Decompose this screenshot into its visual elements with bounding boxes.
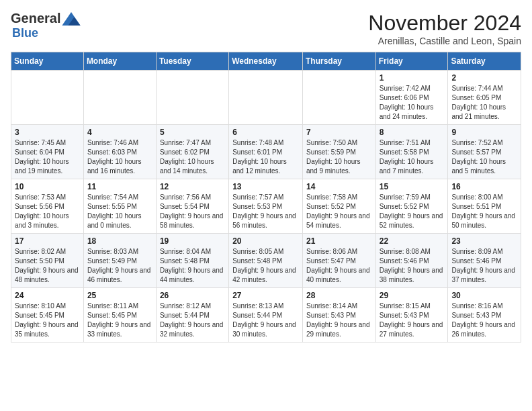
day-number: 26: [160, 291, 225, 300]
day-number: 2: [451, 73, 517, 83]
day-info: Sunrise: 8:06 AM Sunset: 5:47 PM Dayligh…: [306, 247, 372, 285]
day-number: 5: [160, 128, 225, 137]
header: General Blue November 2024 Arenillas, Ca…: [11, 11, 521, 46]
day-info: Sunrise: 7:50 AM Sunset: 5:59 PM Dayligh…: [306, 138, 372, 176]
logo-blue-text: Blue: [12, 26, 38, 40]
calendar-cell: 2Sunrise: 7:44 AM Sunset: 6:05 PM Daylig…: [448, 71, 521, 125]
calendar-cell: [229, 71, 303, 125]
day-info: Sunrise: 8:09 AM Sunset: 5:46 PM Dayligh…: [451, 247, 517, 285]
calendar-cell: [11, 71, 84, 125]
day-info: Sunrise: 8:08 AM Sunset: 5:46 PM Dayligh…: [380, 247, 445, 285]
day-number: 7: [306, 128, 372, 137]
header-monday: Monday: [83, 52, 156, 71]
calendar-cell: 14Sunrise: 7:58 AM Sunset: 5:52 PM Dayli…: [302, 179, 375, 234]
day-info: Sunrise: 7:57 AM Sunset: 5:53 PM Dayligh…: [232, 193, 299, 230]
calendar-cell: 26Sunrise: 8:12 AM Sunset: 5:44 PM Dayli…: [156, 288, 228, 342]
day-number: 27: [232, 291, 299, 300]
header-saturday: Saturday: [448, 52, 521, 71]
day-number: 21: [306, 236, 372, 246]
calendar-cell: [302, 71, 375, 125]
day-info: Sunrise: 7:52 AM Sunset: 5:57 PM Dayligh…: [451, 138, 517, 176]
day-info: Sunrise: 7:56 AM Sunset: 5:54 PM Dayligh…: [160, 193, 225, 230]
day-number: 14: [306, 182, 372, 191]
day-info: Sunrise: 7:58 AM Sunset: 5:52 PM Dayligh…: [306, 193, 372, 230]
calendar-cell: 3Sunrise: 7:45 AM Sunset: 6:04 PM Daylig…: [11, 125, 84, 179]
week-row-4: 24Sunrise: 8:10 AM Sunset: 5:45 PM Dayli…: [11, 288, 521, 342]
day-info: Sunrise: 7:47 AM Sunset: 6:02 PM Dayligh…: [160, 138, 225, 176]
day-info: Sunrise: 8:13 AM Sunset: 5:44 PM Dayligh…: [232, 302, 299, 339]
calendar-cell: 13Sunrise: 7:57 AM Sunset: 5:53 PM Dayli…: [229, 179, 303, 234]
header-friday: Friday: [375, 52, 448, 71]
day-number: 24: [15, 291, 80, 300]
calendar-cell: 29Sunrise: 8:15 AM Sunset: 5:43 PM Dayli…: [375, 288, 448, 342]
day-number: 12: [160, 182, 225, 191]
day-info: Sunrise: 8:04 AM Sunset: 5:48 PM Dayligh…: [160, 247, 225, 285]
day-number: 9: [451, 128, 517, 137]
calendar-cell: 5Sunrise: 7:47 AM Sunset: 6:02 PM Daylig…: [156, 125, 228, 179]
week-row-2: 10Sunrise: 7:53 AM Sunset: 5:56 PM Dayli…: [11, 179, 521, 234]
calendar-cell: [83, 71, 156, 125]
day-number: 3: [15, 128, 80, 137]
calendar-cell: 17Sunrise: 8:02 AM Sunset: 5:50 PM Dayli…: [11, 234, 84, 288]
day-info: Sunrise: 7:54 AM Sunset: 5:55 PM Dayligh…: [87, 193, 152, 230]
location-subtitle: Arenillas, Castille and Leon, Spain: [368, 36, 521, 46]
day-number: 4: [87, 128, 152, 137]
day-number: 17: [15, 236, 80, 246]
day-info: Sunrise: 7:46 AM Sunset: 6:03 PM Dayligh…: [87, 138, 152, 176]
title-area: November 2024 Arenillas, Castille and Le…: [368, 11, 521, 46]
day-info: Sunrise: 7:44 AM Sunset: 6:05 PM Dayligh…: [451, 84, 517, 122]
day-number: 15: [380, 182, 445, 191]
calendar-cell: 18Sunrise: 8:03 AM Sunset: 5:49 PM Dayli…: [83, 234, 156, 288]
calendar-header-row: SundayMondayTuesdayWednesdayThursdayFrid…: [11, 52, 521, 71]
week-row-1: 3Sunrise: 7:45 AM Sunset: 6:04 PM Daylig…: [11, 125, 521, 179]
day-info: Sunrise: 8:11 AM Sunset: 5:45 PM Dayligh…: [87, 302, 152, 339]
calendar-cell: 11Sunrise: 7:54 AM Sunset: 5:55 PM Dayli…: [83, 179, 156, 234]
calendar-cell: 25Sunrise: 8:11 AM Sunset: 5:45 PM Dayli…: [83, 288, 156, 342]
day-number: 1: [380, 73, 445, 83]
day-number: 8: [380, 128, 445, 137]
header-tuesday: Tuesday: [156, 52, 228, 71]
day-info: Sunrise: 8:03 AM Sunset: 5:49 PM Dayligh…: [87, 247, 152, 285]
header-sunday: Sunday: [11, 52, 84, 71]
calendar-cell: 8Sunrise: 7:51 AM Sunset: 5:58 PM Daylig…: [375, 125, 448, 179]
logo: General Blue: [11, 11, 81, 40]
calendar-cell: 22Sunrise: 8:08 AM Sunset: 5:46 PM Dayli…: [375, 234, 448, 288]
day-info: Sunrise: 8:10 AM Sunset: 5:45 PM Dayligh…: [15, 302, 80, 339]
header-thursday: Thursday: [302, 52, 375, 71]
week-row-0: 1Sunrise: 7:42 AM Sunset: 6:06 PM Daylig…: [11, 71, 521, 125]
day-number: 16: [451, 182, 517, 191]
day-number: 13: [232, 182, 299, 191]
day-info: Sunrise: 7:59 AM Sunset: 5:52 PM Dayligh…: [380, 193, 445, 230]
day-info: Sunrise: 7:45 AM Sunset: 6:04 PM Dayligh…: [15, 138, 80, 176]
day-number: 11: [87, 182, 152, 191]
logo-icon: [62, 12, 81, 26]
day-number: 20: [232, 236, 299, 246]
day-info: Sunrise: 8:12 AM Sunset: 5:44 PM Dayligh…: [160, 302, 225, 339]
week-row-3: 17Sunrise: 8:02 AM Sunset: 5:50 PM Dayli…: [11, 234, 521, 288]
day-number: 23: [451, 236, 517, 246]
day-number: 10: [15, 182, 80, 191]
day-info: Sunrise: 7:51 AM Sunset: 5:58 PM Dayligh…: [380, 138, 445, 176]
calendar-cell: 12Sunrise: 7:56 AM Sunset: 5:54 PM Dayli…: [156, 179, 228, 234]
day-info: Sunrise: 8:00 AM Sunset: 5:51 PM Dayligh…: [451, 193, 517, 230]
calendar-cell: 10Sunrise: 7:53 AM Sunset: 5:56 PM Dayli…: [11, 179, 84, 234]
day-info: Sunrise: 8:15 AM Sunset: 5:43 PM Dayligh…: [380, 302, 445, 339]
day-info: Sunrise: 8:02 AM Sunset: 5:50 PM Dayligh…: [15, 247, 80, 285]
day-number: 18: [87, 236, 152, 246]
day-info: Sunrise: 7:48 AM Sunset: 6:01 PM Dayligh…: [232, 138, 299, 176]
day-info: Sunrise: 7:53 AM Sunset: 5:56 PM Dayligh…: [15, 193, 80, 230]
day-number: 30: [451, 291, 517, 300]
calendar-cell: 20Sunrise: 8:05 AM Sunset: 5:48 PM Dayli…: [229, 234, 303, 288]
header-wednesday: Wednesday: [229, 52, 303, 71]
day-info: Sunrise: 8:16 AM Sunset: 5:43 PM Dayligh…: [451, 302, 517, 339]
day-number: 28: [306, 291, 372, 300]
calendar-cell: 4Sunrise: 7:46 AM Sunset: 6:03 PM Daylig…: [83, 125, 156, 179]
calendar-cell: 27Sunrise: 8:13 AM Sunset: 5:44 PM Dayli…: [229, 288, 303, 342]
calendar-cell: 28Sunrise: 8:14 AM Sunset: 5:43 PM Dayli…: [302, 288, 375, 342]
logo-general-text: General: [11, 11, 60, 26]
calendar-cell: 9Sunrise: 7:52 AM Sunset: 5:57 PM Daylig…: [448, 125, 521, 179]
day-info: Sunrise: 7:42 AM Sunset: 6:06 PM Dayligh…: [380, 84, 445, 122]
day-number: 25: [87, 291, 152, 300]
day-number: 6: [232, 128, 299, 137]
calendar-cell: 24Sunrise: 8:10 AM Sunset: 5:45 PM Dayli…: [11, 288, 84, 342]
